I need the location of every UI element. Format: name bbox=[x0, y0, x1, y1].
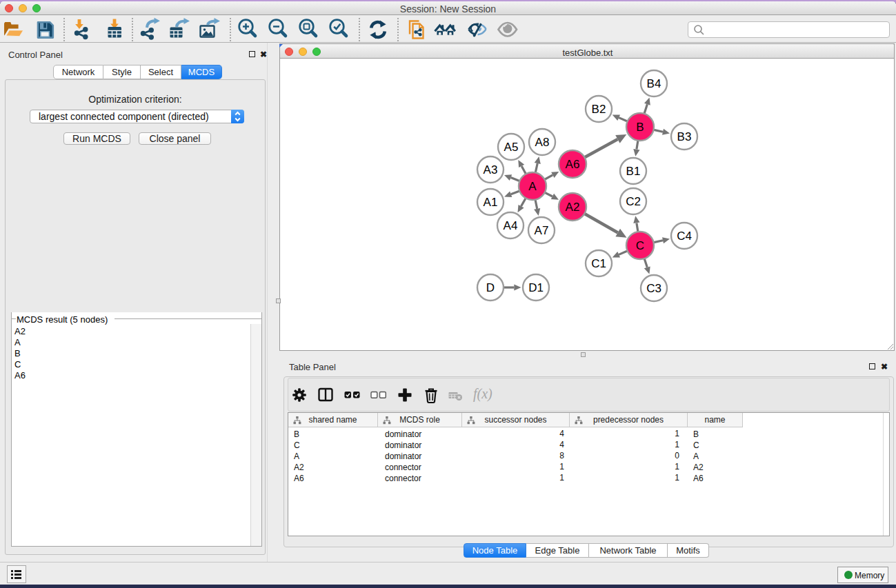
svg-text:B1: B1 bbox=[626, 165, 641, 178]
svg-text:C3: C3 bbox=[646, 282, 661, 295]
svg-text:D: D bbox=[486, 281, 495, 294]
svg-text:A6: A6 bbox=[566, 158, 580, 171]
svg-text:C4: C4 bbox=[677, 230, 692, 243]
svg-text:A1: A1 bbox=[484, 196, 498, 209]
svg-text:A3: A3 bbox=[484, 163, 498, 176]
svg-text:D1: D1 bbox=[528, 281, 544, 294]
svg-text:A2: A2 bbox=[566, 201, 580, 214]
svg-text:A: A bbox=[528, 180, 537, 193]
svg-text:C: C bbox=[636, 239, 644, 252]
svg-text:A8: A8 bbox=[535, 136, 550, 149]
svg-text:A7: A7 bbox=[535, 224, 549, 237]
svg-text:B: B bbox=[636, 121, 644, 134]
svg-text:B4: B4 bbox=[647, 77, 661, 90]
svg-text:A5: A5 bbox=[504, 141, 519, 154]
svg-text:C1: C1 bbox=[591, 257, 606, 270]
svg-text:B2: B2 bbox=[592, 103, 606, 116]
svg-text:B3: B3 bbox=[677, 130, 692, 143]
svg-text:A4: A4 bbox=[504, 219, 518, 232]
svg-text:C2: C2 bbox=[626, 195, 641, 208]
